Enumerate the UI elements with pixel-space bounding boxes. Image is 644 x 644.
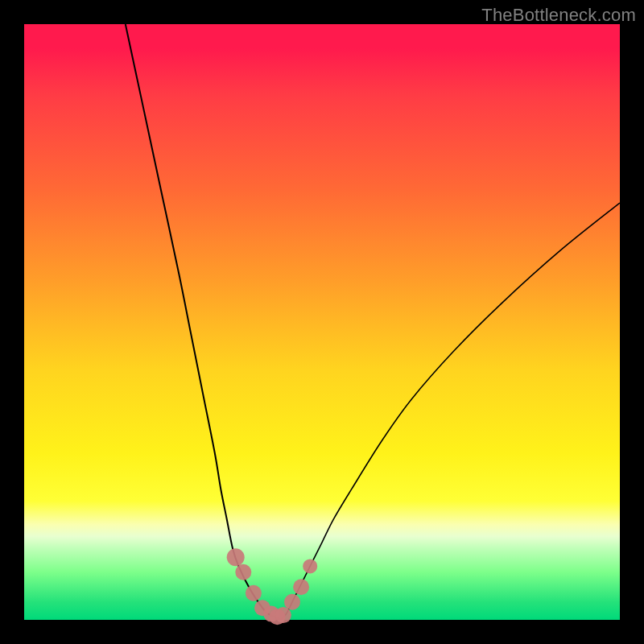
marker-point xyxy=(303,559,317,573)
marker-point xyxy=(227,548,245,566)
right-curve xyxy=(280,203,620,620)
left-curve xyxy=(126,24,280,620)
marker-point xyxy=(246,585,262,601)
plot-area xyxy=(24,24,620,620)
marker-point xyxy=(275,607,291,623)
marker-group xyxy=(227,548,318,625)
chart-frame: TheBottleneck.com xyxy=(0,0,644,644)
marker-point xyxy=(293,579,309,595)
curves-layer xyxy=(24,24,620,620)
watermark-text: TheBottleneck.com xyxy=(481,5,636,26)
marker-point xyxy=(235,564,251,580)
marker-point xyxy=(284,594,300,610)
